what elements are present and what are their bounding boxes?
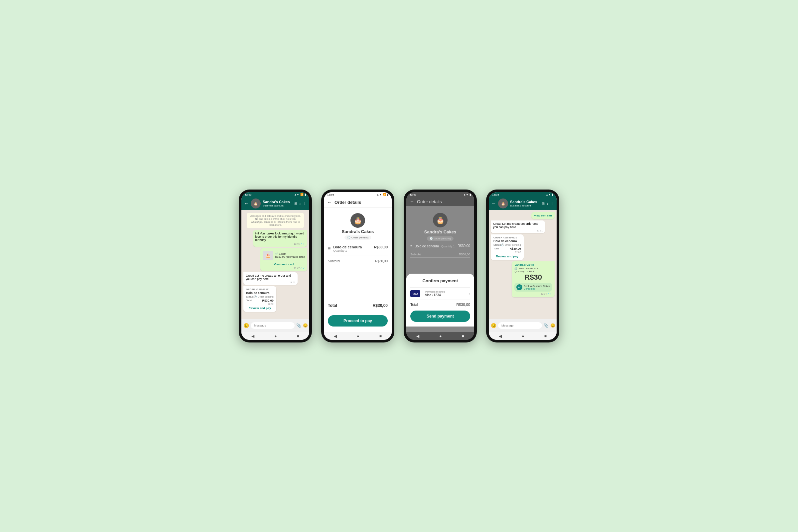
phone4-wrapper: 12:03 ▲▼ ▮ ← 🎂 Sandra's Cakes Business a… <box>486 190 559 342</box>
emoji-icon[interactable]: 🙂 <box>491 323 496 328</box>
back-arrow-icon[interactable]: ← <box>410 199 414 204</box>
status-time: 12:03 <box>245 193 251 196</box>
confirm-payment-title: Confirm payment <box>410 278 470 283</box>
nav-recents[interactable]: ■ <box>379 334 382 339</box>
cart-item: 🛒 Bolo de cenoura <box>514 267 552 270</box>
cart-message: 🎂 🛒 1 item R$30,00 (estimated total) Vie… <box>260 248 307 271</box>
send-payment-button[interactable]: Send payment <box>410 310 470 322</box>
phone4-chat-area: View sent cart Great! Let me create an o… <box>489 210 557 319</box>
payment-ticks: ✓✓ <box>547 292 552 295</box>
call-icon[interactable]: ↕ <box>547 202 549 206</box>
phone4-header-icons[interactable]: ⊞ ↕ ⋮ <box>542 202 554 206</box>
order-item-name: Bolo de cenoura <box>493 240 521 243</box>
item-row: ≡ Bolo de cenoura Quantity 1 R$30,00 <box>410 243 470 249</box>
shop-info: 🎂 Sandra's Cakes 🕐 Order pending <box>328 213 388 240</box>
nav-back[interactable]: ◀ <box>251 334 254 339</box>
sticker-icon[interactable]: 😊 <box>303 323 308 328</box>
signal-icon: ▲▼ <box>463 193 469 196</box>
video-icon[interactable]: ⊞ <box>294 202 297 206</box>
sticker-icon[interactable]: 😊 <box>550 323 555 328</box>
total-value: R$30,00 <box>373 303 388 308</box>
incoming-time: 11:51 <box>493 229 543 232</box>
total-label: Total <box>410 303 418 307</box>
view-sent-cart-msg: View sent cart <box>531 212 555 219</box>
phone4-header-info: Sandra's Cakes Business account <box>510 200 540 207</box>
menu-icon[interactable]: ⋮ <box>550 202 554 206</box>
subtotal-value: R$30,00 <box>375 259 388 263</box>
battery-icon: ▮ <box>305 193 306 196</box>
sent-badge: SC Sent to Sandra's Cakes Completed <box>514 283 552 291</box>
phone1-nav-bar: ◀ ● ■ <box>241 332 309 340</box>
nav-back[interactable]: ◀ <box>499 334 502 339</box>
wifi-icon: 📶 <box>300 193 304 196</box>
nav-back[interactable]: ◀ <box>416 334 419 339</box>
cart-time: 11:47 ✓✓ <box>263 267 305 270</box>
status-text: Order pending <box>434 237 451 240</box>
nav-back[interactable]: ◀ <box>334 334 337 339</box>
nav-home[interactable]: ● <box>522 334 524 339</box>
status-icons: ▲▼ 📶 ▮ <box>294 193 306 196</box>
view-cart-button[interactable]: View sent cart <box>263 261 305 266</box>
phone2-screen: 12:03 ▲▼ 📶 ▮ ← Order details <box>324 192 392 340</box>
cart-info: 🛒 1 item R$30,00 (estimated total) <box>275 252 305 258</box>
phone2-body: 🎂 Sandra's Cakes 🕐 Order pending ≡ Bolo … <box>324 208 392 332</box>
wifi-icon: 📶 <box>383 193 386 196</box>
phone1-screen: 12:03 ▲▼ 📶 ▮ ← 🎂 Sandra's Cakes Bu <box>241 192 309 340</box>
order-label: ORDER #238990321 <box>246 288 274 291</box>
payment-time: 12:04 ✓✓ <box>514 292 552 295</box>
order-box: ORDER #238990321 Bolo de cenoura Status … <box>243 286 276 312</box>
subtotal-row: Subtotal R$30,00 <box>410 251 470 258</box>
order-item-name: Bolo de cenoura <box>246 291 274 294</box>
proceed-to-pay-button[interactable]: Proceed to pay <box>328 315 388 326</box>
list-icon: ≡ <box>328 245 330 251</box>
payment-amount: R$30 <box>514 273 552 282</box>
view-sent-cart-label[interactable]: View sent cart <box>534 214 552 217</box>
back-arrow-icon[interactable]: ← <box>327 200 332 205</box>
incoming-text: Great! Let me create an order and you ca… <box>246 274 291 281</box>
order-total-row: Total R$30,00 <box>246 299 274 302</box>
menu-icon[interactable]: ⋮ <box>303 202 307 206</box>
status-value: Order pending <box>258 295 274 298</box>
message-input[interactable] <box>498 322 542 329</box>
phone4-nav-bar: ◀ ● ■ <box>489 332 557 340</box>
nav-recents[interactable]: ■ <box>462 334 464 339</box>
phone3-wrapper: 12:03 ▲▼ ▮ ← Order details 🎂 Sandra <box>404 190 477 342</box>
attach-icon[interactable]: 📎 <box>296 323 301 328</box>
shop-avatar: 🎂 <box>350 213 365 228</box>
emoji-icon[interactable]: 🙂 <box>243 323 249 328</box>
status-text: Order pending <box>352 236 368 239</box>
nav-recents[interactable]: ■ <box>297 334 299 339</box>
phone1-header-icons[interactable]: ⊞ ↕ ⋮ <box>294 202 307 206</box>
review-pay-button[interactable]: Review and pay <box>493 255 521 258</box>
attach-icon[interactable]: 📎 <box>544 323 549 328</box>
phone3-header: ← Order details <box>406 197 474 206</box>
sent-info: Sent to Sandra's Cakes Completed <box>524 285 550 290</box>
nav-home[interactable]: ● <box>439 334 441 339</box>
payment-method-row[interactable]: VISA Payment method Visa •1234 › <box>410 287 470 300</box>
confirm-payment-overlay: Confirm payment VISA Payment method Visa… <box>406 274 474 326</box>
back-arrow-icon[interactable]: ← <box>491 201 496 206</box>
video-icon[interactable]: ⊞ <box>542 202 545 206</box>
status-badge: 🕐 Order pending <box>427 236 454 241</box>
avatar-image: 🎂 <box>498 198 508 208</box>
clock-icon: 🕐 <box>254 295 257 298</box>
nav-home[interactable]: ● <box>357 334 359 339</box>
phone2-wrapper: 12:03 ▲▼ 📶 ▮ ← Order details <box>321 190 394 342</box>
battery-icon: ▮ <box>387 193 388 196</box>
nav-recents[interactable]: ■ <box>544 334 547 339</box>
phone1-contact-subtitle: Business account <box>263 204 292 207</box>
review-pay-button[interactable]: Review and pay <box>246 307 274 310</box>
nav-home[interactable]: ● <box>274 334 277 339</box>
call-icon[interactable]: ↕ <box>299 202 301 206</box>
phone4-status-bar: 12:03 ▲▼ ▮ <box>489 192 557 197</box>
phone4-input-bar: 🙂 📎 😊 📷 🎤 <box>489 319 557 332</box>
phone4: 12:03 ▲▼ ▮ ← 🎂 Sandra's Cakes Business a… <box>486 190 559 342</box>
back-arrow-icon[interactable]: ← <box>244 201 249 206</box>
phone1-wrapper: 12:03 ▲▼ 📶 ▮ ← 🎂 Sandra's Cakes Bu <box>239 190 312 342</box>
message-input[interactable] <box>251 322 294 329</box>
sent-avatar: SC <box>516 284 522 290</box>
shop-name: Sandra's Cakes <box>424 229 456 234</box>
total-value: R$30,00 <box>262 299 274 302</box>
shop-name: Sandra's Cakes <box>342 229 374 234</box>
incoming-message: Great! Let me create an order and you ca… <box>491 221 545 233</box>
